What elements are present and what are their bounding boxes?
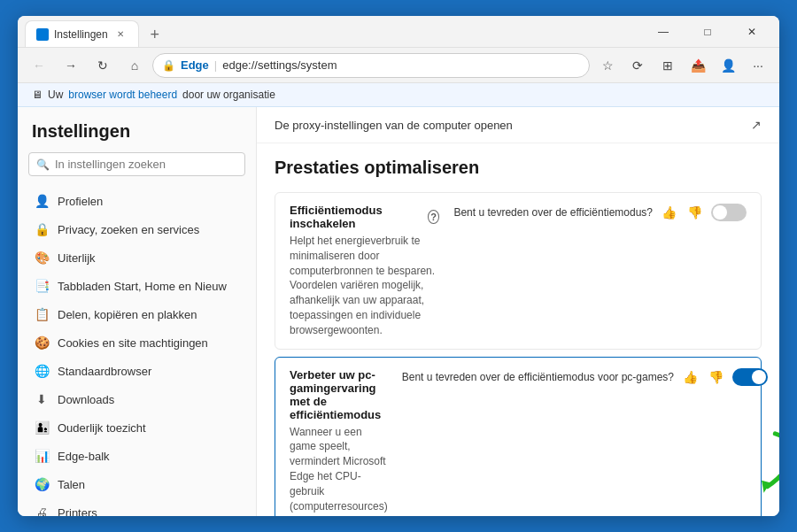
sidebar-item-uiterlijk[interactable]: 🎨 Uiterlijk [18, 243, 256, 272]
window-controls: — □ ✕ [643, 18, 772, 46]
nav-label-cookies: Cookies en site machtigingen [58, 336, 208, 350]
sidebar: Instellingen 🔍 👤 Profielen 🔒 Privacy, zo… [18, 107, 257, 516]
sidebar-item-delen[interactable]: 📋 Delen, kopiëren en plakken [18, 300, 256, 328]
settings-cards: Efficiëntiemodus inschakelen ? Helpt het… [257, 192, 779, 516]
titlebar: Instellingen ✕ + — □ ✕ [18, 16, 779, 48]
toggle-gaming-mode[interactable] [732, 368, 768, 386]
green-arrow-annotation [754, 428, 779, 498]
nav-icon-uiterlijk: 🎨 [35, 251, 49, 265]
setting-header-gaming-mode: Verbeter uw pc-gamingervaring met de eff… [290, 368, 747, 516]
content-area: Instellingen 🔍 👤 Profielen 🔒 Privacy, zo… [18, 107, 779, 516]
setting-title-efficient-mode: Efficiëntiemodus inschakelen ? [290, 204, 439, 230]
nav-label-profielen: Profielen [58, 195, 103, 208]
search-box[interactable]: 🔍 [28, 152, 245, 176]
minimize-button[interactable]: — [643, 18, 684, 46]
section-title: Prestaties optimaliseren [257, 143, 779, 185]
setting-desc-gaming-mode: Wanneer u een game speelt, vermindert Mi… [290, 425, 388, 516]
nav-label-downloads: Downloads [58, 393, 114, 406]
nav-icon-talen: 🌍 [35, 477, 49, 491]
nav-label-standaardbrowser: Standaardbrowser [58, 365, 151, 378]
tab-area: Instellingen ✕ + [25, 16, 643, 47]
refresh-button[interactable]: ↻ [89, 51, 117, 80]
address-bar[interactable]: 🔒 Edge | edge://settings/system [152, 53, 590, 78]
nav-icon-delen: 📋 [35, 307, 49, 321]
active-tab[interactable]: Instellingen ✕ [25, 20, 139, 47]
forward-button[interactable]: → [57, 51, 85, 80]
toolbar: ← → ↻ ⌂ 🔒 Edge | edge://settings/system … [18, 48, 779, 83]
help-icon-efficient-mode[interactable]: ? [428, 210, 439, 224]
sidebar-title: Instellingen [18, 121, 256, 152]
address-lock-icon: 🔒 [162, 59, 175, 72]
nav-icon-edge-balk: 📊 [35, 449, 49, 463]
managed-text-after: door uw organisatie [182, 89, 275, 101]
thumbs-down-efficient-mode[interactable]: 👎 [685, 204, 704, 221]
thumbs-up-gaming-mode[interactable]: 👍 [681, 368, 700, 386]
managed-link[interactable]: browser wordt beheerd [68, 89, 177, 101]
close-button[interactable]: ✕ [731, 18, 772, 46]
share-button[interactable]: 📤 [684, 51, 712, 80]
feedback-label-efficient-mode: Bent u tevreden over de efficiëntiemodus… [453, 206, 653, 219]
main-panel: De proxy-instellingen van de computer op… [257, 107, 779, 516]
address-separator: | [214, 58, 217, 72]
search-input[interactable] [55, 158, 237, 171]
more-button[interactable]: ··· [744, 51, 772, 80]
nav-label-talen: Talen [58, 478, 85, 491]
thumbs-up-efficient-mode[interactable]: 👍 [660, 204, 678, 221]
external-link-icon[interactable]: ↗ [751, 118, 762, 132]
refresh-tab-button[interactable]: ⟳ [623, 51, 652, 80]
profile-button[interactable]: 👤 [714, 51, 742, 80]
sidebar-item-printers[interactable]: 🖨 Printers [18, 498, 256, 516]
proxy-row: De proxy-instellingen van de computer op… [257, 107, 779, 143]
sidebar-item-tabbladen[interactable]: 📑 Tabbladen Start, Home en Nieuw [18, 272, 256, 300]
toggle-knob-gaming-mode [752, 370, 766, 384]
collections-button[interactable]: ⊞ [654, 51, 682, 80]
setting-card-efficient-mode: Efficiëntiemodus inschakelen ? Helpt het… [275, 192, 762, 350]
home-button[interactable]: ⌂ [120, 51, 149, 80]
sidebar-item-cookies[interactable]: 🍪 Cookies en site machtigingen [18, 328, 256, 357]
sidebar-item-profielen[interactable]: 👤 Profielen [18, 187, 256, 215]
proxy-label: De proxy-instellingen van de computer op… [275, 119, 513, 132]
nav-label-printers: Printers [58, 506, 97, 517]
nav-label-edge-balk: Edge-balk [58, 450, 110, 463]
nav-label-ouderlijk: Ouderlijk toezicht [58, 421, 146, 435]
setting-right-efficient-mode: Bent u tevreden over de efficiëntiemodus… [453, 204, 747, 221]
browser-window: Instellingen ✕ + — □ ✕ ← → ↻ ⌂ 🔒 Edge | … [18, 16, 779, 516]
managed-text-before: Uw [48, 89, 63, 101]
maximize-button[interactable]: □ [687, 18, 728, 46]
nav-icon-downloads: ⬇ [35, 392, 49, 406]
managed-icon: 🖥 [32, 89, 43, 101]
setting-right-gaming-mode: Bent u tevreden over de efficiëntiemodus… [402, 368, 768, 386]
sidebar-item-standaardbrowser[interactable]: 🌐 Standaardbrowser [18, 357, 256, 385]
setting-card-gaming-mode: Verbeter uw pc-gamingervaring met de eff… [275, 357, 762, 516]
toolbar-right-buttons: ☆ ⟳ ⊞ 📤 👤 ··· [593, 51, 772, 80]
nav-label-tabbladen: Tabbladen Start, Home en Nieuw [58, 280, 227, 293]
toggle-knob-efficient-mode [713, 205, 727, 220]
setting-desc-efficient-mode: Helpt het energieverbruik te minimaliser… [290, 234, 439, 338]
sidebar-item-ouderlijk[interactable]: 👨‍👦 Ouderlijk toezicht [18, 413, 256, 442]
feedback-label-gaming-mode: Bent u tevreden over de efficiëntiemodus… [402, 371, 674, 383]
toggle-efficient-mode[interactable] [711, 204, 747, 221]
nav-icon-profielen: 👤 [35, 194, 49, 208]
tab-close-button[interactable]: ✕ [113, 27, 128, 42]
setting-left-efficient-mode: Efficiëntiemodus inschakelen ? Helpt het… [290, 204, 439, 338]
back-button[interactable]: ← [25, 51, 53, 80]
address-brand: Edge [181, 58, 209, 72]
favorites-button[interactable]: ☆ [593, 51, 622, 80]
nav-label-privacy: Privacy, zoeken en services [58, 223, 199, 236]
nav-icon-standaardbrowser: 🌐 [35, 364, 49, 378]
thumbs-down-gaming-mode[interactable]: 👎 [707, 368, 725, 386]
nav-icon-ouderlijk: 👨‍👦 [35, 420, 49, 435]
new-tab-button[interactable]: + [143, 22, 167, 47]
nav-list: 👤 Profielen 🔒 Privacy, zoeken en service… [18, 187, 256, 516]
setting-title-gaming-mode: Verbeter uw pc-gamingervaring met de eff… [290, 368, 388, 421]
nav-icon-cookies: 🍪 [35, 335, 49, 350]
nav-label-delen: Delen, kopiëren en plakken [58, 308, 197, 321]
address-url: edge://settings/system [222, 58, 580, 72]
nav-label-uiterlijk: Uiterlijk [58, 251, 96, 265]
managed-banner: 🖥 Uw browser wordt beheerd door uw organ… [18, 83, 779, 107]
sidebar-item-talen[interactable]: 🌍 Talen [18, 470, 256, 498]
nav-icon-privacy: 🔒 [35, 222, 49, 236]
sidebar-item-privacy[interactable]: 🔒 Privacy, zoeken en services [18, 215, 256, 243]
sidebar-item-downloads[interactable]: ⬇ Downloads [18, 385, 256, 413]
sidebar-item-edge-balk[interactable]: 📊 Edge-balk [18, 442, 256, 470]
